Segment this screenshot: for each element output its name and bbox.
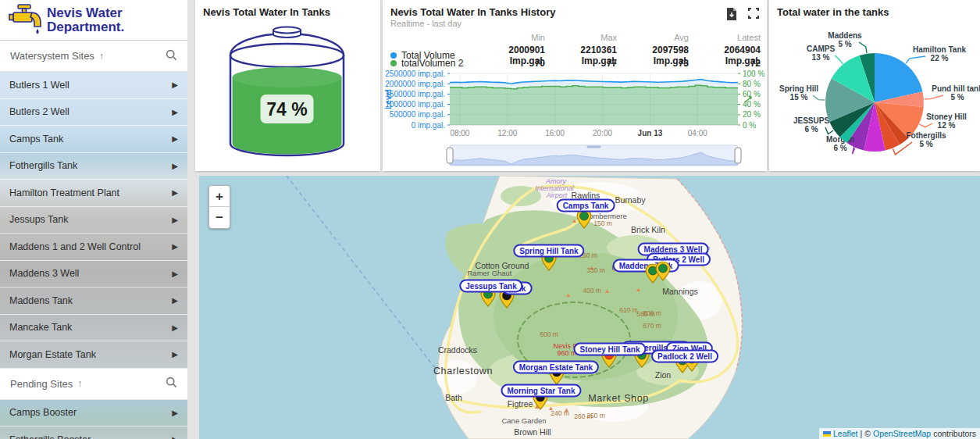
- svg-text:08:00: 08:00: [450, 129, 469, 137]
- map-place-label: Cane Garden: [501, 416, 546, 425]
- sort-ascending-icon: ↑: [99, 51, 104, 62]
- map-place-label: Market Shop: [588, 393, 648, 404]
- site-label-spring-hill-tank[interactable]: Spring Hill Tank: [513, 244, 584, 258]
- pie-label-percent: 5 %: [919, 140, 932, 148]
- site-label-morning-star-tank[interactable]: Morning Star Tank: [501, 384, 581, 398]
- brush-handle-left[interactable]: [447, 148, 453, 163]
- sidebar-item-label: Morgan Estate Tank: [9, 349, 96, 360]
- pie-label-percent: 22 %: [931, 54, 949, 62]
- legend-series-name[interactable]: totalVolumen 2: [390, 58, 473, 69]
- sidebar-section: Watersystem Sites↑Butlers 1 Well▶Butlers…: [0, 41, 187, 369]
- fullscreen-icon[interactable]: [748, 8, 759, 23]
- sidebar-item-label: Fothergills Tank: [9, 160, 77, 171]
- svg-text:1500000 imp.gal.: 1500000 imp.gal.: [385, 90, 445, 98]
- site-label-camps-tank[interactable]: Camps Tank: [557, 199, 615, 212]
- map-pin-butlers-2-well[interactable]: [655, 261, 671, 284]
- sidebar-item-label: Mancake Tank: [9, 322, 72, 333]
- map-zoom-control: + −: [208, 185, 230, 229]
- contour-label: 240 m: [551, 409, 569, 417]
- sidebar-item-label: Fothergills Booster: [9, 434, 91, 439]
- sidebar-item[interactable]: Maddens Tank▶: [0, 287, 187, 315]
- map-place-label: Mannings: [662, 287, 698, 296]
- sidebar-item[interactable]: Maddens 1 and 2 Well Control▶: [0, 234, 187, 261]
- search-icon[interactable]: [166, 377, 177, 391]
- map-place-label: Craddocks: [438, 345, 477, 355]
- leaflet-link[interactable]: Leaflet: [833, 429, 858, 438]
- sidebar-item[interactable]: Mancake Tank▶: [0, 315, 187, 342]
- legend-column-header: Min: [473, 33, 545, 42]
- leaflet-map[interactable]: RawlinsBurnabyBrick KilnCombermereHick's…: [199, 176, 980, 439]
- attribution-suffix: contributors: [933, 429, 976, 438]
- pie-label: Stoney Hill: [926, 112, 967, 121]
- sidebar-item-label: Camps Booster: [9, 407, 77, 418]
- search-icon[interactable]: [166, 49, 177, 63]
- sidebar-item[interactable]: Maddens 3 Well▶: [0, 261, 187, 288]
- sidebar-item[interactable]: Butlers 1 Well▶: [0, 72, 187, 99]
- brush-handle-right[interactable]: [735, 148, 741, 163]
- sidebar-item[interactable]: Jessups Tank▶: [0, 207, 187, 234]
- chevron-right-icon: ▶: [172, 216, 178, 224]
- site-label-jessups-tank[interactable]: Jessups Tank: [459, 280, 522, 293]
- leaflet-flag-icon: [823, 431, 831, 437]
- sidebar-section: Pending Sites↑Camps Booster▶Fothergills …: [0, 369, 187, 439]
- contour-label: 150 m: [593, 220, 612, 227]
- chevron-right-icon: ▶: [172, 188, 178, 197]
- contour-label: 250 m: [586, 412, 605, 419]
- sidebar-item[interactable]: Camps Tank▶: [0, 126, 187, 153]
- map-place-label: Burnaby: [615, 195, 646, 205]
- chevron-right-icon: ▶: [172, 269, 178, 278]
- chevron-right-icon: ▶: [172, 409, 178, 417]
- sidebar-item[interactable]: Fothergills Tank▶: [0, 153, 187, 180]
- y-axis-label: Level: [384, 89, 393, 109]
- sidebar-item[interactable]: Morgan Estate Tank▶: [0, 341, 187, 369]
- pie-label-percent: 15 %: [790, 93, 808, 102]
- legend-series-row: Total Volume2000901 Imp.gal.2210361 Imp.…: [390, 45, 761, 58]
- legend-header-row: MinMaxAvgLatest: [390, 31, 761, 45]
- tank-graphic: 74 %: [195, 19, 380, 171]
- legend-column-header: Max: [545, 33, 617, 42]
- pie-label-percent: 5 %: [950, 93, 964, 102]
- zoom-in-button[interactable]: +: [209, 186, 230, 207]
- pie-widget: Total water in the tanks Maddens5 %Hamil…: [769, 0, 980, 171]
- map-place-label: Ramer Ghaut: [467, 269, 511, 277]
- zoom-out-button[interactable]: −: [209, 207, 230, 228]
- sidebar-item[interactable]: Butlers 2 Well▶: [0, 99, 187, 127]
- contour-label: 870 m: [643, 322, 661, 330]
- export-csv-icon[interactable]: [726, 8, 737, 23]
- legend-series-value: 70: [473, 58, 545, 69]
- sidebar-item-label: Camps Tank: [9, 134, 63, 145]
- history-widget-subtitle: Realtime - last day: [383, 18, 767, 28]
- pie-label-percent: 6 %: [804, 125, 818, 134]
- contour-label: 330 m: [586, 266, 605, 274]
- map-place-label: Airport: [546, 191, 568, 199]
- sidebar-item[interactable]: Fothergills Booster▶: [0, 427, 187, 439]
- svg-text:1000000 imp.gal.: 1000000 imp.gal.: [385, 100, 445, 109]
- osm-link[interactable]: OpenStreetMap: [873, 429, 931, 438]
- pie-label: Maddens: [828, 31, 862, 40]
- map-pin-camps-tank[interactable]: [576, 209, 592, 232]
- svg-text:20 %: 20 %: [743, 110, 761, 119]
- map-place-label: Brown Hill: [514, 427, 551, 437]
- chevron-right-icon: ▶: [172, 435, 178, 439]
- attribution-separator: |: [861, 429, 863, 438]
- site-label-morgan-estate-tank[interactable]: Morgan Estate Tank: [513, 361, 599, 374]
- tank-widget-title: Nevis Total Water In Tanks: [195, 0, 380, 18]
- svg-text:20:00: 20:00: [593, 129, 612, 137]
- sidebar-section-header[interactable]: Watersystem Sites↑: [0, 41, 187, 72]
- history-widget-title: Nevis Total Water In Tanks History: [383, 0, 767, 18]
- sidebar-section-header[interactable]: Pending Sites↑: [0, 369, 187, 400]
- svg-text:12:00: 12:00: [497, 129, 517, 137]
- sidebar-item[interactable]: Camps Booster▶: [0, 400, 187, 427]
- svg-text:0 imp.gal.: 0 imp.gal.: [412, 121, 445, 130]
- faucet-logo-icon: [6, 2, 42, 38]
- svg-text:2500000 imp.gal.: 2500000 imp.gal.: [385, 70, 445, 78]
- map-place-label: Figtree: [508, 399, 533, 409]
- site-label-padlock-2-well[interactable]: Padlock 2 Well: [651, 350, 718, 363]
- pie-label: Hamilton Tank: [913, 45, 967, 54]
- legend-series-value: 72: [689, 58, 761, 69]
- logo-line2: Department.: [47, 20, 124, 34]
- sidebar-item[interactable]: Hamilton Treatment Plant▶: [0, 180, 187, 207]
- site-label-stoney-hill-tank[interactable]: Stoney Hill Tank: [573, 343, 646, 356]
- sidebar-item-label: Butlers 1 Well: [9, 80, 69, 91]
- history-legend: MinMaxAvgLatestTotal Volume2000901 Imp.g…: [390, 31, 761, 70]
